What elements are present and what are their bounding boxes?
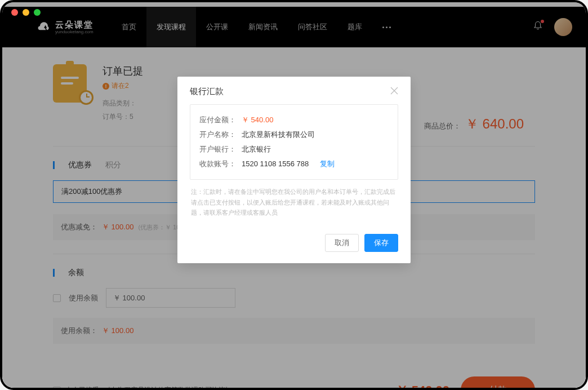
bank-info-box: 应付金额： ￥ 540.00 开户名称： 北京昱新科技有限公司 开户银行： 北京… xyxy=(190,104,398,180)
modal-amount: ￥ 540.00 xyxy=(242,113,273,127)
traffic-lights xyxy=(11,9,41,16)
bank-name: 北京银行 xyxy=(242,142,271,157)
copy-button[interactable]: 复制 xyxy=(320,157,335,171)
close-icon xyxy=(390,87,398,95)
modal-title: 银行汇款 xyxy=(190,86,224,97)
bank-transfer-modal: 银行汇款 应付金额： ￥ 540.00 开户名称： 北京昱新科技有限公司 xyxy=(177,77,411,263)
account-number: 1520 1108 1556 788 xyxy=(242,157,309,171)
save-button[interactable]: 保存 xyxy=(364,234,398,252)
modal-note: 注：汇款时，请在备注中写明您在我公司的用户名和本订单号，汇款完成后请点击已支付按… xyxy=(190,180,398,218)
close-window-icon[interactable] xyxy=(11,9,18,16)
modal-overlay[interactable]: 银行汇款 应付金额： ￥ 540.00 开户名称： 北京昱新科技有限公司 xyxy=(2,2,586,388)
account-holder-name: 北京昱新科技有限公司 xyxy=(242,127,315,142)
cancel-button[interactable]: 取消 xyxy=(325,234,359,252)
modal-close-button[interactable] xyxy=(390,86,398,98)
maximize-window-icon[interactable] xyxy=(34,9,41,16)
minimize-window-icon[interactable] xyxy=(23,9,29,16)
